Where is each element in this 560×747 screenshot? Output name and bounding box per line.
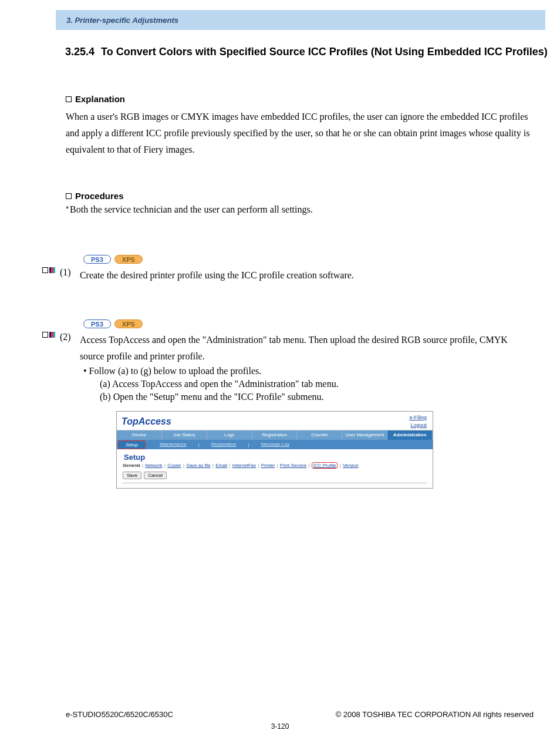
step-1: PS3 XPS (1) Create the desired printer p…	[42, 255, 534, 284]
topaccess-header-links: e-Filing Logout	[409, 414, 427, 429]
subtab-maintenance[interactable]: Maintenance	[149, 440, 197, 449]
step-1-number: (1)	[60, 267, 75, 278]
explanation-body: When a user's RGB images or CMYK images …	[66, 109, 534, 158]
color-bars-icon	[42, 267, 55, 273]
step-2-text: Access TopAccess and open the "Administr…	[80, 332, 534, 365]
step-2-bullet: • Follow (a) to (g) below to upload the …	[83, 366, 534, 376]
subnav-save-as-file[interactable]: Save as file	[186, 463, 210, 468]
ps3-badge: PS3	[83, 255, 111, 264]
procedures-block: Procedures *Both the service technician …	[66, 191, 534, 215]
tab-user-management[interactable]: User Management	[342, 430, 387, 440]
procedures-note: *Both the service technician and the use…	[66, 204, 534, 215]
step-1-badges: PS3 XPS	[83, 255, 534, 264]
step-2b: (b) Open the "Setup" menu and the "ICC P…	[100, 392, 534, 402]
chapter-header: 3. Printer-specific Adjustments	[56, 10, 545, 30]
subtab-registration[interactable]: Registration	[201, 440, 247, 449]
section-number: 3.25.4	[65, 46, 95, 58]
chapter-breadcrumb: 3. Printer-specific Adjustments	[66, 16, 178, 25]
step-2-number: (2)	[60, 332, 75, 342]
tab-counter[interactable]: Counter	[297, 430, 342, 440]
step-2a: (a) Access TopAccess and open the "Admin…	[100, 379, 534, 389]
page-number: 3-120	[0, 722, 560, 731]
asterisk-icon: *	[66, 204, 69, 213]
xps-badge: XPS	[114, 255, 143, 264]
step-2-badges: PS3 XPS	[83, 319, 534, 328]
procedures-heading: Procedures	[66, 191, 534, 201]
subnav-icc-profile[interactable]: ICC Profile	[312, 462, 338, 469]
tab-device[interactable]: Device	[117, 430, 162, 440]
page-footer: e-STUDIO5520C/6520C/6530C © 2008 TOSHIBA…	[66, 710, 534, 719]
xps-badge: XPS	[114, 319, 143, 328]
subtab-message-log[interactable]: Message Log	[251, 440, 300, 449]
cancel-button[interactable]: Cancel	[144, 472, 167, 479]
subnav-version[interactable]: Version	[343, 463, 359, 468]
color-bars-icon	[42, 332, 55, 338]
topaccess-screenshot: TopAccess e-Filing Logout Device Job Sta…	[116, 411, 433, 489]
footer-copyright: © 2008 TOSHIBA TEC CORPORATION All right…	[336, 710, 534, 719]
subnav-internetfax[interactable]: InternetFax	[232, 463, 256, 468]
step-1-text: Create the desired printer profile using…	[80, 267, 354, 284]
primary-tabs: Device Job Status Logs Registration Coun…	[117, 430, 433, 440]
secondary-tabs: Setup Maintenance | Registration | Messa…	[117, 440, 433, 449]
tab-administration[interactable]: Administration	[387, 430, 433, 440]
tab-registration[interactable]: Registration	[252, 430, 298, 440]
subnav-print-service[interactable]: Print Service	[280, 463, 306, 468]
step-2: PS3 XPS (2) Access TopAccess and open th…	[42, 319, 534, 402]
explanation-heading: Explanation	[66, 94, 534, 104]
subnav-general[interactable]: General	[123, 463, 140, 468]
save-button[interactable]: Save	[123, 472, 141, 479]
ps3-badge: PS3	[83, 319, 111, 328]
square-bullet-icon	[66, 96, 72, 102]
tab-job-status[interactable]: Job Status	[162, 430, 207, 440]
footer-model: e-STUDIO5520C/6520C/6530C	[66, 710, 173, 719]
logout-link[interactable]: Logout	[409, 422, 427, 429]
efiling-link[interactable]: e-Filing	[409, 414, 427, 422]
section-title-text: To Convert Colors with Specified Source …	[101, 46, 548, 58]
setup-subnav: General | Network | Copier | Save as fil…	[123, 463, 427, 468]
subnav-printer[interactable]: Printer	[261, 463, 275, 468]
subtab-setup[interactable]: Setup	[118, 440, 146, 449]
section-title: 3.25.4 To Convert Colors with Specified …	[65, 46, 548, 58]
explanation-block: Explanation When a user's RGB images or …	[66, 94, 534, 158]
tab-logs[interactable]: Logs	[207, 430, 252, 440]
subnav-email[interactable]: Email	[215, 463, 227, 468]
setup-heading: Setup	[124, 453, 427, 462]
square-bullet-icon	[66, 193, 72, 199]
subnav-network[interactable]: Network	[145, 463, 162, 468]
subnav-copier[interactable]: Copier	[167, 463, 181, 468]
topaccess-logo: TopAccess	[122, 416, 171, 427]
